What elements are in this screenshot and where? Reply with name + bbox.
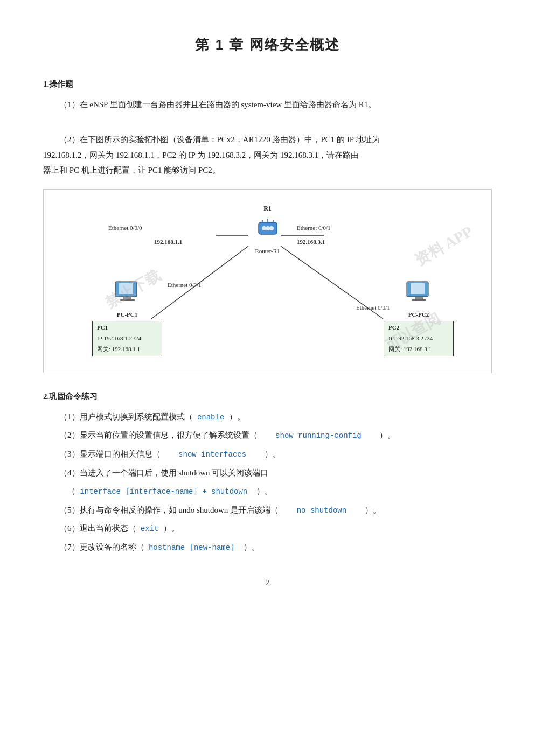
item4b-before: （ [67,487,75,495]
eth00-label: Ethernet 0/0/0 [108,223,142,234]
pc1-icon [113,281,142,305]
pc2-name-label: PC-PC2 [384,310,454,320]
item3-before: （3）显示端口的相关信息（ [59,450,161,458]
svg-point-7 [269,226,274,230]
svg-rect-16 [411,283,425,294]
page-title: 第 1 章 网络安全概述 [43,32,492,58]
item4b-after: ）。 [256,487,273,495]
eth01-pc1-label: Ethernet 0/0/1 [168,280,202,291]
pc2-info: PC2 IP:192.168.3.2 /24 网关: 192.168.3.1 [384,321,454,356]
exercise-item-4b: （ interface [interface-name] + shutdown … [43,484,492,499]
svg-rect-13 [123,297,131,299]
section2-title: 2.巩固命令练习 [43,389,492,404]
svg-point-5 [262,226,266,230]
item6-after: ）。 [163,524,179,533]
exercise-item-6: （6）退出当前状态（ exit ）。 [43,521,492,536]
watermark-1: 资料 APP [409,219,478,274]
exercise-item-3: （3）显示端口的相关信息（ show interfaces ）。 [43,446,492,462]
q2-part2: 192.168.1.2，网关为 192.168.1.1，PC2 的 IP 为 1… [43,151,359,159]
svg-rect-18 [412,299,426,301]
pc1-name-label: PC-PC1 [92,310,162,320]
pc2-gw: 网关: 192.168.3.1 [388,344,449,355]
item5-after: ）。 [365,506,381,514]
router-icon [254,214,281,241]
item1-after: ）。 [229,412,245,421]
ip-right-label: 192.168.3.1 [297,237,325,248]
ip-left-label: 192.168.1.1 [154,237,182,248]
item2-code: show running-config [258,431,380,440]
pc2: PC-PC2 PC2 IP:192.168.3.2 /24 网关: 192.16… [384,281,454,356]
exercise-item-2: （2）显示当前位置的设置信息，很方便了解系统设置（ show running-c… [43,428,492,443]
page-number: 2 [43,576,492,590]
item1-code: enable [193,413,229,422]
svg-point-6 [266,226,270,230]
pc2-label: PC2 [388,323,449,333]
item2-before: （2）显示当前位置的设置信息，很方便了解系统设置（ [59,431,258,439]
item6-code: exit [136,524,163,533]
router-r1-label: R1 [254,203,281,215]
item4-text: （4）当进入了一个端口后，使用 shutdown 可以关闭该端口 [59,468,268,477]
exercise-item-1: （1）用户模式切换到系统配置模式（ enable ）。 [43,409,492,425]
eth01-label: Ethernet 0/0/1 [297,223,331,234]
q2-part3: 器上和 PC 机上进行配置，让 PC1 能够访问 PC2。 [43,166,220,174]
exercise-item-7: （7）更改设备的名称（ hostname [new-name] ）。 [43,540,492,555]
q2-part1: （2）在下图所示的实验拓扑图（设备清单：PCx2，AR1220 路由器）中，PC… [59,135,380,144]
svg-rect-12 [119,283,133,294]
pc1-label: PC1 [97,323,157,333]
section1-title: 1.操作题 [43,77,492,92]
pc1-info: PC1 IP:192.168.1.2 /24 网关: 192.168.1.1 [92,321,162,356]
item1-before: （1）用户模式切换到系统配置模式（ [59,412,193,421]
diagram-inner: R1 Router-R1 Ethernet 0/0/0 192.168.1.1 … [49,200,486,362]
exercise-item-4: （4）当进入了一个端口后，使用 shutdown 可以关闭该端口 [43,465,492,481]
pc2-icon [404,281,434,305]
pc2-ip: IP:192.168.3.2 /24 [388,333,449,344]
network-diagram: R1 Router-R1 Ethernet 0/0/0 192.168.1.1 … [43,189,492,373]
item7-after: ）。 [244,543,260,551]
pc1: PC-PC1 PC1 IP:192.168.1.2 /24 网关: 192.16… [92,281,162,356]
item5-before: （5）执行与命令相反的操作，如 undo shutdown 是开启该端（ [59,506,279,514]
pc1-gw: 网关: 192.168.1.1 [97,344,157,355]
item7-code: hostname [new-name] [144,543,244,552]
item4b-code: interface [interface-name] + shutdown [75,487,256,496]
router-r1: R1 Router-R1 [254,203,281,257]
exercise-item-5: （5）执行与命令相反的操作，如 undo shutdown 是开启该端（ no … [43,502,492,518]
item3-after: ）。 [265,450,281,458]
item7-before: （7）更改设备的名称（ [59,543,144,551]
q1-text: （1）在 eNSP 里面创建一台路由器并且在路由器的 system-view 里… [43,97,492,113]
item3-code: show interfaces [161,450,265,459]
router-name: Router-R1 [254,246,281,257]
svg-rect-17 [415,297,423,299]
item5-code: no shutdown [279,506,365,515]
svg-rect-14 [120,299,135,301]
item2-after: ）。 [379,431,395,439]
item6-before: （6）退出当前状态（ [59,524,136,533]
pc1-ip: IP:192.168.1.2 /24 [97,333,157,344]
q2-text: （2）在下图所示的实验拓扑图（设备清单：PCx2，AR1220 路由器）中，PC… [43,132,492,178]
